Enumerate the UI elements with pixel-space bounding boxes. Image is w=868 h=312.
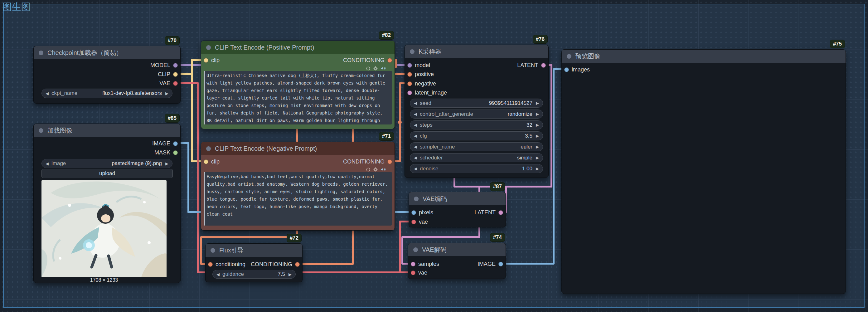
slot-dot-vae (173, 81, 178, 86)
node-clip-text-encode-positive[interactable]: #82 CLIP Text Encode (Positive Prompt) c… (201, 40, 395, 129)
node-header[interactable]: K采样器 (405, 45, 548, 58)
node-title: 预览图像 (576, 52, 600, 61)
node-ksampler[interactable]: #76 K采样器 model positive negative latent_… (405, 44, 549, 178)
input-slot-vae[interactable]: vae (411, 270, 427, 276)
collapse-dot-icon[interactable] (413, 247, 418, 252)
node-header[interactable]: CLIP Text Encode (Positive Prompt) (201, 41, 395, 54)
node-header[interactable]: Checkpoint加载器（简易） (34, 46, 180, 59)
next-arrow-icon[interactable]: ▶ (536, 123, 539, 127)
input-slot-model[interactable]: model (407, 62, 430, 68)
output-slot-clip[interactable]: CLIP (158, 71, 178, 77)
next-arrow-icon[interactable]: ▶ (536, 112, 539, 116)
circle-toggle-icon[interactable] (366, 66, 371, 71)
input-slot-clip[interactable]: clip (204, 57, 220, 63)
output-slot-conditioning[interactable]: CONDITIONING (251, 261, 300, 268)
prev-arrow-icon[interactable]: ◀ (45, 161, 49, 166)
node-flux-guidance[interactable]: #72 Flux引导 conditioning CONDITIONING ◀ g… (205, 243, 303, 282)
node-load-image[interactable]: #85 加载图像 IMAGE MASK ◀ image pasted/image… (33, 124, 181, 283)
collapse-dot-icon[interactable] (206, 45, 211, 50)
prev-arrow-icon[interactable]: ◀ (414, 112, 417, 116)
speaker-icon[interactable] (380, 167, 386, 172)
input-slot-samples[interactable]: samples (411, 261, 439, 267)
prev-arrow-icon[interactable]: ◀ (216, 272, 220, 277)
output-slot-image[interactable]: IMAGE (152, 141, 178, 147)
prev-arrow-icon[interactable]: ◀ (414, 155, 417, 160)
scheduler-widget[interactable]: ◀schedulersimple▶ (410, 153, 543, 162)
control-after-generate-widget[interactable]: ◀control_after_generaterandomize▶ (410, 110, 543, 119)
node-header[interactable]: 加载图像 (34, 124, 180, 137)
node-header[interactable]: VAE编码 (409, 192, 505, 205)
image-preview (41, 180, 166, 277)
speaker-icon[interactable] (380, 66, 386, 71)
node-header[interactable]: VAE解码 (408, 243, 505, 256)
positive-prompt-textarea[interactable]: Ultra-realistic Chinese native dog (土松犬)… (204, 71, 392, 124)
textarea-toolbar[interactable] (366, 66, 386, 71)
seed-widget[interactable]: ◀seed993954111914527▶ (410, 99, 543, 107)
ckpt-name-widget[interactable]: ◀ ckpt_name flux1-dev-fp8.safetensors ▶ (41, 89, 173, 98)
next-arrow-icon[interactable]: ▶ (536, 101, 539, 105)
collapse-dot-icon[interactable] (39, 128, 43, 133)
input-slot-images[interactable]: images (564, 66, 590, 73)
cfg-widget[interactable]: ◀cfg3.5▶ (410, 131, 543, 141)
output-slot-image[interactable]: IMAGE (477, 261, 503, 267)
collapse-dot-icon[interactable] (410, 49, 414, 54)
input-slot-clip[interactable]: clip (204, 158, 220, 165)
collapse-dot-icon[interactable] (206, 146, 211, 151)
gear-icon[interactable] (373, 167, 378, 172)
prev-arrow-icon[interactable]: ◀ (45, 91, 49, 96)
collapse-dot-icon[interactable] (211, 248, 215, 253)
input-slot-negative[interactable]: negative (407, 81, 436, 87)
next-arrow-icon[interactable]: ▶ (288, 272, 291, 277)
output-slot-conditioning[interactable]: CONDITIONING (343, 158, 392, 165)
next-arrow-icon[interactable]: ▶ (536, 145, 539, 149)
collapse-dot-icon[interactable] (39, 51, 43, 55)
output-slot-latent[interactable]: LATENT (517, 62, 546, 68)
image-file-widget[interactable]: ◀ image pasted/image (9).png ▶ (41, 159, 173, 168)
output-slot-latent[interactable]: LATENT (474, 209, 503, 216)
prev-arrow-icon[interactable]: ◀ (414, 166, 417, 171)
node-checkpoint-loader[interactable]: #70 Checkpoint加载器（简易） MODEL CLIP VAE ◀ c… (33, 46, 181, 103)
sampler-name-widget[interactable]: ◀sampler_nameeuler▶ (410, 142, 543, 151)
gear-icon[interactable] (373, 66, 378, 71)
textarea-toolbar[interactable] (366, 167, 386, 172)
input-slot-conditioning[interactable]: conditioning (208, 261, 245, 268)
output-slot-mask[interactable]: MASK (154, 150, 178, 156)
node-clip-text-encode-negative[interactable]: #71 CLIP Text Encode (Negative Prompt) c… (201, 142, 395, 230)
negative-prompt-textarea[interactable]: EasyNegative,bad hands,bad feet,worst qu… (204, 172, 392, 225)
collapse-dot-icon[interactable] (414, 196, 418, 201)
next-arrow-icon[interactable]: ▶ (536, 133, 539, 138)
node-header[interactable]: CLIP Text Encode (Negative Prompt) (201, 142, 395, 155)
node-graph-canvas[interactable]: 图生图 #70 Checkpoint加载器（简易） MODEL CLIP VAE (0, 0, 868, 312)
output-slot-vae[interactable]: VAE (159, 80, 178, 87)
slot-dot-conditioning (295, 262, 300, 267)
upload-button[interactable]: upload (41, 169, 173, 178)
node-header[interactable]: 预览图像 (562, 50, 845, 63)
input-slot-latent-image[interactable]: latent_image (407, 90, 447, 96)
node-preview-image[interactable]: #75 预览图像 images (561, 49, 846, 294)
input-slot-pixels[interactable]: pixels (411, 209, 433, 216)
collapse-dot-icon[interactable] (567, 54, 571, 59)
slot-dot-clip (173, 72, 178, 77)
guidance-widget[interactable]: ◀ guidance 7.5 ▶ (212, 270, 296, 279)
node-vae-decode[interactable]: #74 VAE解码 samples vae IMAGE (408, 243, 506, 279)
prev-arrow-icon[interactable]: ◀ (414, 123, 417, 127)
steps-widget[interactable]: ◀steps32▶ (410, 120, 543, 129)
output-slot-conditioning[interactable]: CONDITIONING (343, 57, 392, 63)
prev-arrow-icon[interactable]: ◀ (414, 133, 417, 138)
slot-dot-conditioning (407, 82, 412, 86)
next-arrow-icon[interactable]: ▶ (165, 161, 168, 166)
node-header[interactable]: Flux引导 (206, 244, 302, 257)
input-slot-vae[interactable]: vae (411, 219, 428, 225)
circle-toggle-icon[interactable] (366, 167, 371, 172)
input-slot-positive[interactable]: positive (407, 71, 434, 77)
denoise-widget[interactable]: ◀denoise1.00▶ (410, 164, 543, 173)
next-arrow-icon[interactable]: ▶ (536, 155, 539, 160)
output-slot-model[interactable]: MODEL (150, 62, 178, 68)
next-arrow-icon[interactable]: ▶ (536, 166, 539, 171)
prev-arrow-icon[interactable]: ◀ (414, 145, 417, 149)
prev-arrow-icon[interactable]: ◀ (414, 101, 417, 105)
next-arrow-icon[interactable]: ▶ (165, 91, 168, 96)
node-vae-encode[interactable]: #87 VAE编码 pixels vae LATENT (409, 192, 506, 227)
slot-dot-vae (411, 220, 416, 224)
node-title: CLIP Text Encode (Negative Prompt) (215, 145, 317, 152)
